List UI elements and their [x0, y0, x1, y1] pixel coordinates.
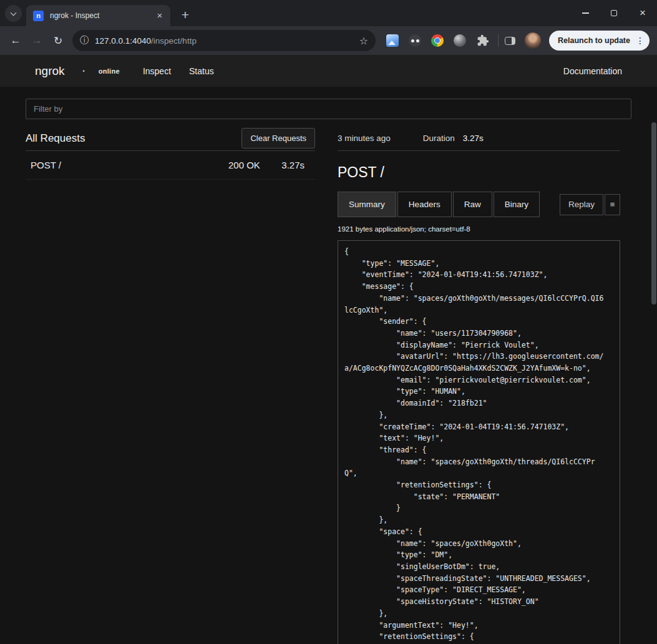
request-duration: 3.27s [275, 160, 304, 170]
back-icon: ← [11, 34, 21, 47]
relaunch-label: Relaunch to update [558, 36, 630, 45]
request-list-item[interactable]: POST / 200 OK 3.27s [26, 151, 315, 180]
filter-input[interactable] [26, 99, 631, 119]
requests-panel: All Requests Clear Requests POST / 200 O… [26, 126, 315, 644]
tab-title: ngrok - Inspect [50, 11, 154, 20]
bookmark-star-icon[interactable]: ☆ [359, 35, 368, 47]
chrome-icon[interactable] [431, 34, 444, 47]
browser-menu-kebab-icon[interactable]: ⋮ [635, 36, 645, 46]
tab-search-button[interactable] [5, 5, 22, 22]
browser-window: n ngrok - Inspect × + × ← → ↻ ⓘ 127.0.0.… [0, 0, 657, 644]
ngrok-header: ngrok • online Inspect Status Documentat… [0, 55, 657, 87]
url-path: /inspect/http [151, 36, 197, 46]
url-host: 127.0.0.1:4040 [95, 36, 151, 46]
nav-status[interactable]: Status [189, 66, 214, 76]
minimize-button[interactable] [571, 0, 600, 26]
tab-binary[interactable]: Binary [494, 192, 540, 217]
nav-inspect[interactable]: Inspect [143, 66, 171, 76]
ngrok-favicon: n [33, 11, 44, 21]
detail-tabs-row: Summary Headers Raw Binary Replay ≡ [338, 192, 620, 217]
window-controls: × [571, 0, 657, 26]
extensions-puzzle-icon[interactable] [476, 34, 489, 47]
request-meta-row: 3 minutes ago Duration 3.27s [338, 126, 620, 151]
forward-button[interactable]: → [26, 30, 47, 51]
maximize-icon [611, 10, 617, 16]
tab-summary[interactable]: Summary [338, 192, 396, 217]
request-detail-title: POST / [338, 164, 620, 181]
back-button[interactable]: ← [5, 30, 26, 51]
glasses-extension-icon[interactable] [409, 34, 421, 47]
clear-requests-button[interactable]: Clear Requests [241, 128, 315, 149]
address-bar[interactable]: ⓘ 127.0.0.1:4040/inspect/http ☆ [72, 30, 376, 51]
duration-label: Duration [423, 134, 455, 143]
image-extension-icon[interactable] [386, 34, 399, 47]
request-body-json: { "type": "MESSAGE", "eventTime": "2024-… [344, 246, 613, 643]
replay-menu-icon: ≡ [610, 200, 615, 209]
site-info-icon[interactable]: ⓘ [80, 35, 89, 46]
close-window-button[interactable]: × [628, 0, 657, 26]
tab-strip: n ngrok - Inspect × + × [0, 0, 657, 26]
request-method-path: POST / [31, 160, 228, 170]
relaunch-to-update-button[interactable]: Relaunch to update ⋮ [549, 31, 650, 51]
tab-raw[interactable]: Raw [453, 192, 492, 217]
status-dot: • [83, 68, 85, 74]
request-time-ago: 3 minutes ago [338, 134, 391, 143]
browser-tab[interactable]: n ngrok - Inspect × [26, 5, 170, 26]
puzzle-icon [477, 34, 489, 47]
nav-documentation[interactable]: Documentation [563, 66, 622, 76]
replay-split-button: Replay ≡ [560, 194, 620, 215]
ngrok-logo[interactable]: ngrok [35, 64, 65, 78]
chevron-down-icon [11, 9, 17, 16]
ngrok-inspect-page: ngrok • online Inspect Status Documentat… [0, 55, 657, 644]
sphere-extension-icon[interactable] [454, 34, 466, 47]
request-body-box[interactable]: { "type": "MESSAGE", "eventTime": "2024-… [338, 240, 620, 644]
extension-icons [386, 34, 489, 47]
requests-panel-header: All Requests Clear Requests [26, 126, 315, 151]
request-status: 200 OK [228, 160, 275, 170]
duration-value: 3.27s [463, 134, 484, 143]
all-requests-title: All Requests [26, 132, 85, 145]
reload-button[interactable]: ↻ [47, 30, 69, 51]
tab-close-icon[interactable]: × [154, 10, 165, 21]
browser-toolbar: ← → ↻ ⓘ 127.0.0.1:4040/inspect/http ☆ Re… [0, 26, 657, 55]
maximize-button[interactable] [600, 0, 628, 26]
minimize-icon [582, 12, 589, 14]
reload-icon: ↻ [54, 34, 62, 47]
replay-button[interactable]: Replay [560, 194, 603, 215]
side-panel-icon[interactable] [505, 37, 515, 45]
forward-icon: → [32, 34, 42, 47]
page-scrollbar-thumb[interactable] [651, 122, 656, 305]
url-text[interactable]: 127.0.0.1:4040/inspect/http [95, 36, 359, 46]
toolbar-separator [498, 34, 499, 47]
body-content-meta: 1921 bytes application/json; charset=utf… [338, 225, 620, 233]
replay-menu-button[interactable]: ≡ [605, 194, 620, 215]
page-content: All Requests Clear Requests POST / 200 O… [0, 87, 657, 644]
request-detail-panel: 3 minutes ago Duration 3.27s POST / Summ… [338, 126, 620, 644]
profile-avatar[interactable] [525, 32, 541, 49]
new-tab-button[interactable]: + [177, 6, 194, 24]
tab-headers[interactable]: Headers [397, 192, 452, 217]
status-online-label: online [99, 67, 120, 75]
